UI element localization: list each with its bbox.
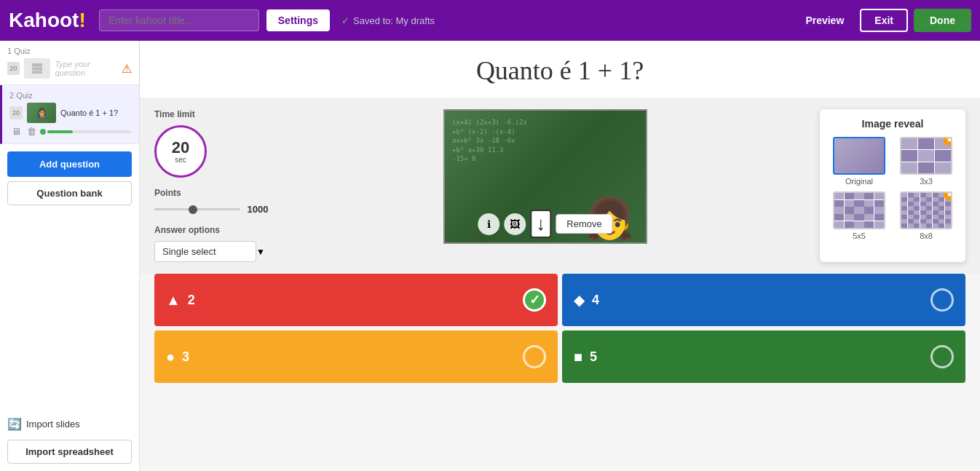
reveal-option-3x3[interactable]: ★ 3x3	[896, 137, 957, 186]
answer-option-2[interactable]: ◆ 4	[562, 274, 965, 326]
empty-check-icon	[930, 288, 954, 312]
reveal-label-8x8: 8x8	[920, 231, 933, 240]
preview-button[interactable]: Preview	[795, 9, 854, 31]
reveal-thumb-5x5	[833, 191, 885, 229]
checkmark-icon: ✓	[529, 292, 540, 308]
image-container: (x+4) (2x+3) -6.(2x +b² (x-2) -(x-4) ax+…	[443, 109, 647, 244]
import-slides-label: Import slides	[26, 419, 80, 430]
reveal-3x3-grid	[901, 138, 951, 173]
reveal-option-original[interactable]: Original	[829, 137, 890, 186]
reveal-label-5x5: 5x5	[853, 231, 866, 240]
quiz-2-thumb: 👩‍🏫	[27, 103, 56, 123]
download-arrow-icon: ↓	[530, 210, 551, 238]
quiz-1-placeholder: Type your question	[55, 60, 117, 77]
question-title[interactable]: Quanto é 1 + 1?	[169, 55, 951, 86]
mini-bar-bg	[47, 130, 132, 133]
time-value: 20	[172, 140, 189, 156]
quiz-2-icon-1[interactable]: 🖥	[9, 125, 23, 138]
empty-check-icon-3	[523, 345, 546, 368]
answer-option-4[interactable]: ■ 5	[562, 331, 965, 383]
reveal-label-3x3: 3x3	[920, 177, 933, 186]
quiz-2-progress-row: 🖥 🗑	[9, 125, 132, 138]
time-circle[interactable]: 20 sec	[154, 125, 207, 178]
reveal-options-grid: Original ★ 3x3	[829, 137, 957, 240]
correct-check-icon: ✓	[523, 288, 546, 312]
svg-rect-1	[32, 63, 42, 74]
thumb-figure-icon: 👩‍🏫	[36, 108, 47, 118]
quiz-2-text: Quanto é 1 + 1?	[60, 108, 132, 117]
answer-2-text: 4	[592, 293, 930, 308]
points-label: Points	[154, 188, 271, 198]
question-bank-button[interactable]: Question bank	[7, 181, 132, 205]
answer-type-wrapper: Single select Multi select True/False ▼	[154, 241, 271, 262]
add-question-button[interactable]: Add question	[7, 151, 132, 177]
reveal-label-original: Original	[845, 177, 873, 186]
middle-section: Time limit 20 sec Points 1000 Answer opt…	[140, 98, 980, 274]
answer-options-area: ▲ 2 ✓ ◆ 4	[140, 274, 980, 383]
reveal-option-8x8[interactable]: ★ 8x8	[896, 191, 957, 240]
remove-image-button[interactable]: Remove	[556, 214, 612, 234]
answer-grid: ▲ 2 ✓ ◆ 4	[154, 274, 965, 383]
points-slider-thumb[interactable]	[189, 205, 197, 214]
green-dot	[40, 129, 46, 135]
empty-check-icon-4	[930, 345, 954, 368]
reveal-option-5x5[interactable]: 5x5	[829, 191, 890, 240]
reveal-thumb-8x8: ★	[900, 191, 952, 229]
reveal-thumb-3x3: ★	[900, 137, 952, 175]
info-button[interactable]: ℹ	[478, 213, 499, 235]
saved-status-text: Saved to: My drafts	[353, 15, 435, 26]
question-editor-top: Quanto é 1 + 1?	[140, 41, 980, 98]
time-limit-label: Time limit	[154, 109, 271, 119]
exit-button[interactable]: Exit	[860, 9, 908, 32]
sidebar-item-quiz-1[interactable]: 1 Quiz 20 Type your question ⚠	[0, 41, 139, 85]
answer-1-text: 2	[188, 293, 523, 308]
import-slides-button[interactable]: 🔄 Import slides	[7, 413, 132, 435]
points-slider-row: 1000	[154, 204, 271, 215]
nav-right: Preview Exit Done	[795, 9, 971, 32]
triangle-icon: ▲	[166, 292, 181, 309]
answer-type-select[interactable]: Single select Multi select True/False	[154, 241, 256, 262]
answer-option-3[interactable]: ● 3	[154, 331, 558, 383]
diamond-icon: ◆	[574, 291, 585, 309]
points-slider[interactable]	[154, 208, 240, 210]
settings-button[interactable]: Settings	[266, 9, 330, 31]
quiz-2-icon-2[interactable]: 🗑	[25, 125, 39, 138]
quiz-1-label: 1 Quiz	[7, 47, 132, 55]
time-unit: sec	[175, 156, 186, 164]
top-navigation: Kahoot! Settings ✓ Saved to: My drafts P…	[0, 0, 980, 41]
answer-1-check: ✓	[523, 288, 546, 312]
quiz-2-label: 2 Quiz	[9, 91, 132, 100]
sidebar-spacer	[0, 211, 139, 413]
alert-icon: ⚠	[122, 62, 132, 76]
quiz-2-number: 20	[9, 106, 23, 119]
quiz-1-number: 20	[7, 62, 20, 75]
image-reveal-title: Image reveal	[829, 118, 957, 130]
done-button[interactable]: Done	[914, 9, 971, 32]
quiz-2-content: 20 👩‍🏫 Quanto é 1 + 1?	[9, 103, 132, 123]
image-edit-button[interactable]: 🖼	[504, 213, 526, 235]
mini-bar-fill	[47, 130, 73, 133]
reveal-5x5-grid	[834, 193, 884, 228]
circle-icon: ●	[166, 349, 175, 365]
sidebar: 1 Quiz 20 Type your question ⚠ 2 Quiz 20…	[0, 41, 140, 471]
answer-4-text: 5	[590, 349, 930, 365]
import-spreadsheet-button[interactable]: Import spreadsheet	[7, 440, 132, 464]
main-layout: 1 Quiz 20 Type your question ⚠ 2 Quiz 20…	[0, 41, 980, 471]
reveal-thumb-original-img	[834, 138, 884, 173]
answer-options-label: Answer options	[154, 225, 271, 235]
answer-option-1[interactable]: ▲ 2 ✓	[154, 274, 558, 326]
image-center: (x+4) (2x+3) -6.(2x +b² (x-2) -(x-4) ax+…	[285, 109, 805, 262]
answer-2-check	[930, 288, 954, 312]
reveal-8x8-grid	[901, 193, 951, 228]
content-area: Quanto é 1 + 1? Time limit 20 sec Points…	[140, 41, 980, 471]
image-action-row: ℹ 🖼 ↓ Remove	[478, 210, 612, 238]
answer-4-check	[930, 345, 954, 368]
answer-3-text: 3	[182, 349, 523, 365]
quiz-1-thumb	[24, 58, 51, 79]
quiz-1-content: 20 Type your question ⚠	[7, 58, 132, 79]
left-controls: Time limit 20 sec Points 1000 Answer opt…	[154, 109, 271, 262]
kahoot-title-input[interactable]	[99, 9, 259, 31]
square-icon: ■	[574, 349, 582, 365]
sidebar-item-quiz-2[interactable]: 2 Quiz 20 👩‍🏫 Quanto é 1 + 1? 🖥 🗑	[0, 85, 139, 144]
reveal-thumb-original	[833, 137, 885, 175]
